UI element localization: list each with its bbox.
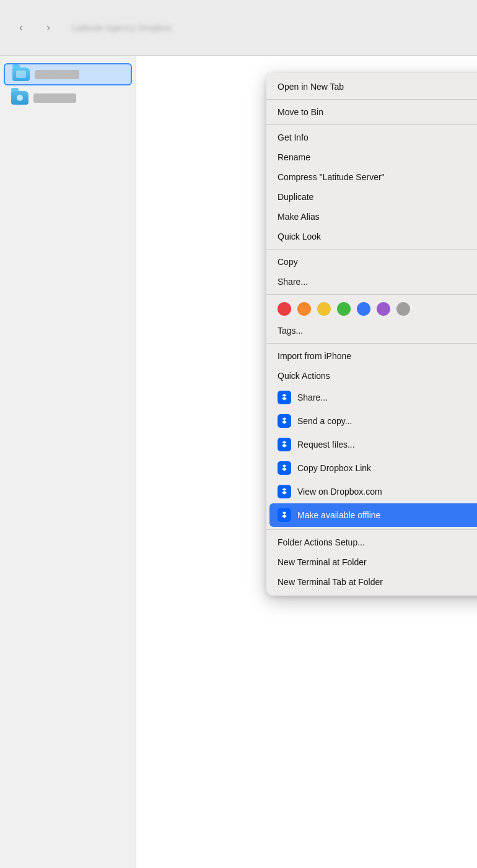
color-dot-purple[interactable] xyxy=(377,302,390,316)
menu-label-move-to-bin: Move to Bin xyxy=(278,107,477,117)
menu-label-duplicate: Duplicate xyxy=(278,192,477,202)
sidebar-item-latitude[interactable]: Latitude S… xyxy=(4,63,132,85)
menu-item-make-alias[interactable]: Make Alias xyxy=(266,207,477,227)
dropbox-icon-send-copy xyxy=(278,414,291,428)
dropbox-icon-share xyxy=(278,391,291,404)
sidebar-item-label-user: User Fold… xyxy=(33,93,76,103)
color-dot-red[interactable] xyxy=(278,302,291,316)
menu-label-view-on-dropbox: View on Dropbox.com xyxy=(297,487,477,497)
menu-label-make-alias: Make Alias xyxy=(278,212,477,222)
dropbox-icon-offline xyxy=(278,508,291,522)
menu-label-new-terminal-tab: New Terminal Tab at Folder xyxy=(278,577,477,587)
user-folder-icon xyxy=(11,91,28,105)
separator-5 xyxy=(266,343,477,344)
menu-item-folder-actions-setup[interactable]: Folder Actions Setup... xyxy=(266,532,477,552)
context-menu: Open in New Tab Move to Bin Get Info Ren… xyxy=(266,73,477,596)
toolbar: ‹ › Latitude Agency Dropbox xyxy=(0,0,477,56)
menu-item-quick-actions[interactable]: Quick Actions › xyxy=(266,366,477,386)
menu-item-import-from-iphone[interactable]: Import from iPhone › xyxy=(266,346,477,366)
sidebar: Latitude S… User Fold… xyxy=(0,56,136,868)
menu-label-request-files: Request files... xyxy=(297,440,477,449)
color-dot-orange[interactable] xyxy=(297,302,311,316)
menu-item-compress[interactable]: Compress "Latitude Server" xyxy=(266,167,477,187)
menu-label-get-info: Get Info xyxy=(278,132,477,142)
color-dot-blue[interactable] xyxy=(357,302,370,316)
separator-4 xyxy=(266,294,477,295)
menu-label-quick-look: Quick Look xyxy=(278,232,477,241)
menu-label-copy: Copy xyxy=(278,257,477,267)
menu-label-compress: Compress "Latitude Server" xyxy=(278,172,477,182)
finder-window: ‹ › Latitude Agency Dropbox Latitude S… xyxy=(0,0,477,868)
menu-item-get-info[interactable]: Get Info xyxy=(266,128,477,147)
dropbox-icon-copy-link xyxy=(278,461,291,475)
menu-item-duplicate[interactable]: Duplicate xyxy=(266,187,477,207)
menu-item-request-files[interactable]: Request files... xyxy=(266,433,477,456)
menu-item-new-terminal-tab[interactable]: New Terminal Tab at Folder xyxy=(266,572,477,592)
sidebar-item-user[interactable]: User Fold… xyxy=(4,88,132,108)
color-dot-green[interactable] xyxy=(337,302,351,316)
finder-body: Latitude S… User Fold… Open in New Tab xyxy=(0,56,477,868)
forward-button[interactable]: › xyxy=(40,19,57,37)
menu-item-open-new-tab[interactable]: Open in New Tab xyxy=(266,77,477,97)
menu-item-share[interactable]: Share... xyxy=(266,272,477,292)
window-title: Latitude Agency Dropbox xyxy=(72,23,172,33)
menu-label-rename: Rename xyxy=(278,152,477,162)
back-button[interactable]: ‹ xyxy=(12,19,30,37)
menu-label-new-terminal: New Terminal at Folder xyxy=(278,557,477,567)
menu-label-send-copy: Send a copy... xyxy=(297,416,477,426)
menu-item-move-to-bin[interactable]: Move to Bin xyxy=(266,102,477,122)
menu-item-make-available-offline[interactable]: Make available offline xyxy=(269,503,477,527)
color-dot-yellow[interactable] xyxy=(317,302,331,316)
menu-item-copy-dropbox-link[interactable]: Copy Dropbox Link xyxy=(266,456,477,480)
menu-item-dropbox-share[interactable]: Share... xyxy=(266,386,477,409)
menu-label-share: Share... xyxy=(278,277,477,287)
sidebar-item-label-latitude: Latitude S… xyxy=(35,70,79,79)
separator-6 xyxy=(266,529,477,530)
menu-item-new-terminal[interactable]: New Terminal at Folder xyxy=(266,552,477,572)
menu-label-quick-actions: Quick Actions xyxy=(278,371,477,381)
menu-label-tags: Tags... xyxy=(278,326,477,336)
dropbox-icon-view-on-dropbox xyxy=(278,485,291,498)
menu-label-import-from-iphone: Import from iPhone xyxy=(278,351,477,361)
menu-label-dropbox-share: Share... xyxy=(297,393,477,402)
dropbox-icon-request-files xyxy=(278,438,291,451)
menu-label-copy-dropbox-link: Copy Dropbox Link xyxy=(297,463,477,473)
menu-item-view-on-dropbox[interactable]: View on Dropbox.com xyxy=(266,480,477,503)
color-dot-gray[interactable] xyxy=(396,302,410,316)
color-dots-row xyxy=(266,297,477,321)
main-area: Open in New Tab Move to Bin Get Info Ren… xyxy=(136,56,477,868)
menu-label-make-available-offline: Make available offline xyxy=(297,510,477,520)
menu-label-open-new-tab: Open in New Tab xyxy=(278,82,477,92)
menu-item-copy[interactable]: Copy xyxy=(266,252,477,272)
menu-item-send-copy[interactable]: Send a copy... xyxy=(266,409,477,433)
folder-icon xyxy=(12,67,30,81)
menu-item-quick-look[interactable]: Quick Look xyxy=(266,227,477,246)
separator-3 xyxy=(266,249,477,250)
menu-item-rename[interactable]: Rename xyxy=(266,147,477,167)
separator-1 xyxy=(266,99,477,100)
separator-2 xyxy=(266,124,477,125)
menu-item-tags[interactable]: Tags... xyxy=(266,321,477,341)
menu-label-folder-actions-setup: Folder Actions Setup... xyxy=(278,537,477,547)
